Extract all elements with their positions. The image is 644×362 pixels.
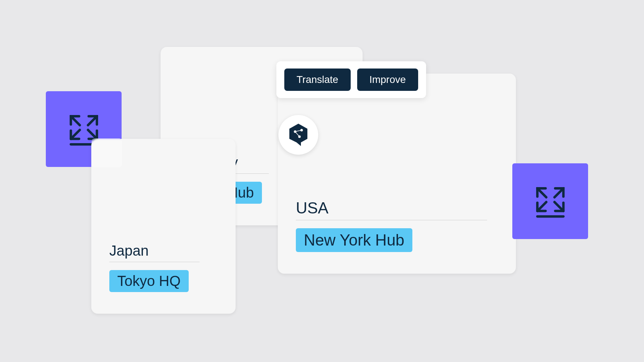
country-label-japan: Japan [109, 243, 200, 262]
hub-tag-usa: New York Hub [296, 228, 412, 252]
blur-overlay [92, 138, 122, 167]
deepl-badge [279, 115, 318, 155]
deepl-logo-icon [288, 123, 309, 147]
country-label-usa: USA [296, 199, 487, 220]
svg-marker-1 [289, 124, 307, 146]
improve-button[interactable]: Improve [357, 69, 418, 91]
expand-icon [533, 184, 568, 218]
ai-toolbar: Translate Improve [276, 61, 426, 98]
hub-tag-japan: Tokyo HQ [109, 270, 189, 292]
expand-tile-right [512, 163, 588, 239]
card-usa: USA New York Hub [278, 74, 516, 274]
translate-button[interactable]: Translate [284, 69, 351, 91]
